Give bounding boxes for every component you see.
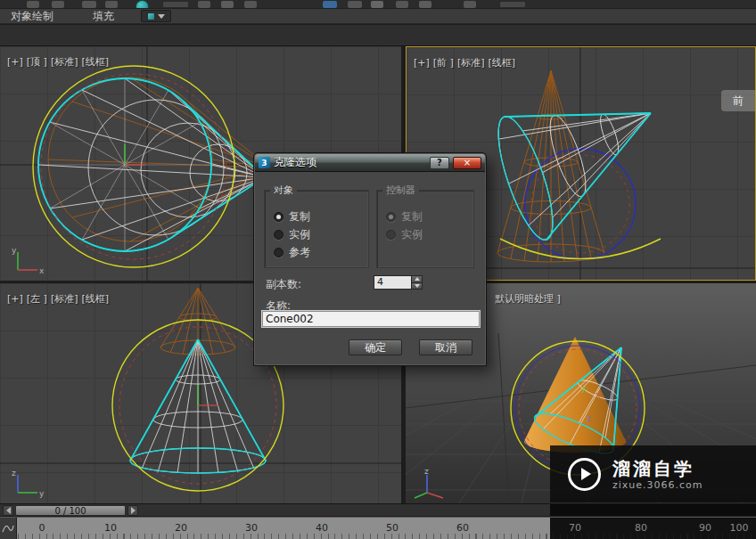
ribbon-tab-object-paint[interactable]: 对象绘制 [5,10,59,23]
track-bar[interactable]: 0 10 20 30 40 50 60 70 80 90 100 [0,517,756,539]
clone-options-dialog: 3 克隆选项 ? × 对象 复制 实例 参考 控制器 复制 [254,153,486,365]
radio-label: 实例 [289,227,310,242]
watermark-site: zixue.3066.com [612,479,703,491]
name-input[interactable] [262,311,480,327]
toolbar-icon[interactable] [419,1,431,8]
radio-label: 复制 [401,209,423,225]
radio-label: 参考 [289,245,310,260]
toolbar-icon[interactable] [396,1,408,8]
world-axis-tripod: z [413,466,454,500]
controller-group: 控制器 复制 实例 [376,190,474,268]
cancel-button[interactable]: 取消 [419,339,472,355]
world-axis-tripod: z y [7,466,48,500]
viewport-plus-menu[interactable]: [+] [7,56,23,68]
radio-button-icon [386,212,396,222]
dialog-title: 克隆选项 [274,155,426,170]
world-axis-tripod: y x [7,243,48,277]
time-slider-handle[interactable]: 0 / 100 [15,505,126,516]
axis-label-x: x [39,266,45,275]
toolbar-icon[interactable] [348,1,362,8]
viewcube-front-label[interactable]: 前 [721,90,755,111]
viewport-pov-menu[interactable]: [左 ] [27,293,47,305]
viewport-label: [+][前 ][标准][线框] [414,56,519,69]
viewport-type-menu[interactable]: [标准] [51,56,78,68]
toolbar-icon[interactable] [464,1,476,8]
frame-number: 30 [245,522,258,534]
arrow-down-icon [415,284,420,288]
toolbar-icon[interactable] [27,1,39,8]
toolbar-icon[interactable] [52,1,64,8]
axis-label-y: y [39,489,45,498]
viewport-plus-menu[interactable]: [+] [414,57,430,69]
toolbar-icon[interactable] [371,1,383,8]
ribbon-body [0,25,756,46]
radio-label: 实例 [401,227,423,242]
previous-frame-button[interactable] [3,505,13,516]
gizmo-axis-z: z [587,414,591,423]
toolbar-icon[interactable] [82,1,96,8]
copies-spinner: 4 [374,275,423,290]
main-toolbar [0,0,756,9]
frame-number: 70 [569,522,581,534]
radio-button-icon [274,230,284,240]
gizmo-axis-y: y [581,384,587,393]
gizmo-axis-x: x [596,390,601,399]
radio-button-icon [386,230,396,240]
copies-label: 副本数: [266,277,301,292]
axis-label-z: z [424,467,429,476]
frame-number: 60 [456,522,469,534]
curve-icon [2,523,14,534]
toolbar-icon[interactable] [105,1,118,8]
toolbar-dropdown[interactable] [162,1,189,8]
viewport-plus-menu[interactable]: [+] [7,293,23,305]
object-group: 对象 复制 实例 参考 [264,190,369,268]
viewport-pov-menu[interactable]: [顶 ] [27,56,47,68]
rotate-tool-icon[interactable] [136,0,149,9]
viewport-pov-menu[interactable]: [前 ] [433,57,454,69]
frame-number: 0 [39,522,45,534]
radio-controller-copy: 复制 [386,210,423,223]
toolbar-icon[interactable] [323,1,337,8]
frame-number: 20 [175,522,187,534]
play-icon [581,468,591,480]
spinner-up-button[interactable] [411,276,422,283]
spinner-down-button[interactable] [411,283,422,290]
time-slider-bar[interactable]: 0 / 100 [0,503,756,516]
ribbon-tab-populate[interactable]: 填充 [87,10,119,23]
frame-number: 50 [386,522,399,534]
radio-object-instance[interactable]: 实例 [274,228,310,241]
viewport-shading-menu[interactable]: 默认明暗处理 ] [495,293,561,305]
viewport-shading-menu[interactable]: [线框] [489,57,516,69]
next-frame-button[interactable] [127,505,138,516]
frame-number: 80 [635,522,647,534]
toolbar-icon[interactable] [244,1,257,8]
help-button[interactable]: ? [430,157,449,169]
viewport-label: 默认明暗处理 ] [495,292,564,306]
ok-button[interactable]: 确定 [349,339,402,355]
ribbon-tab-bar: 对象绘制 填充 [0,9,756,24]
frame-number: 90 [699,522,711,534]
viewport-shading-menu[interactable]: [线框] [82,56,110,68]
watermark: 溜溜自学 zixue.3066.com [550,445,756,502]
ribbon-dropdown-button[interactable] [141,10,171,22]
radio-label: 复制 [289,209,310,225]
radio-object-reference[interactable]: 参考 [274,246,310,258]
viewport-type-menu[interactable]: [标准] [457,57,485,69]
frame-number: 40 [316,522,328,534]
tool-swatch-icon [148,13,154,20]
3ds-max-window: 对象绘制 填充 [0,0,756,539]
viewport-shading-menu[interactable]: [线框] [82,293,110,305]
radio-object-copy[interactable]: 复制 [274,210,310,223]
mini-curve-editor-button[interactable] [0,518,17,539]
frame-number: 100 [730,522,749,534]
watermark-name: 溜溜自学 [612,458,703,479]
copies-value-field[interactable]: 4 [374,276,411,289]
arrow-up-icon [415,277,420,281]
viewport-type-menu[interactable]: [标准] [51,293,78,305]
toolbar-icon[interactable] [221,1,234,8]
toolbar-dropdown[interactable] [499,1,526,8]
close-button[interactable]: × [453,157,481,169]
toolbar-icon[interactable] [198,1,210,8]
dialog-titlebar[interactable]: 3 克隆选项 ? × [255,154,485,172]
arrow-left-icon [6,507,11,514]
